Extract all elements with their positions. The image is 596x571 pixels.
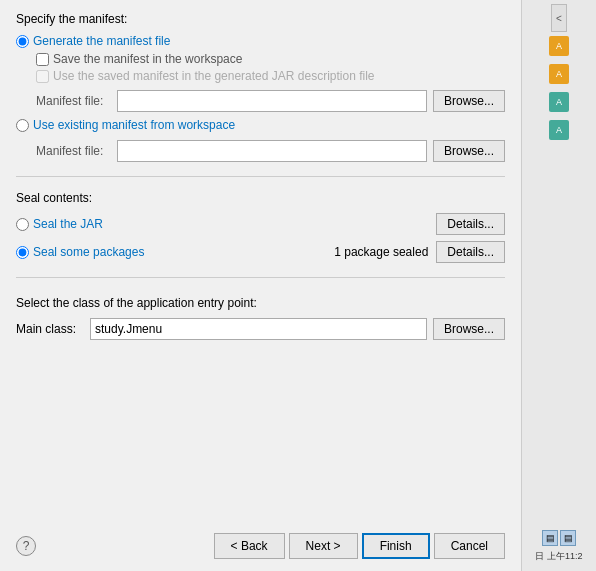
use-existing-manifest-radio[interactable] xyxy=(16,119,29,132)
browse-button-2[interactable]: Browse... xyxy=(433,140,505,162)
use-saved-manifest-label: Use the saved manifest in the generated … xyxy=(53,69,375,83)
seal-jar-row: Seal the JAR Details... xyxy=(16,213,505,235)
sidebar-item-1[interactable]: A xyxy=(522,32,596,60)
generate-manifest-row: Generate the manifest file xyxy=(16,34,505,48)
manifest-file-input-2[interactable] xyxy=(117,140,427,162)
specify-manifest-title: Specify the manifest: xyxy=(16,12,505,26)
use-existing-manifest-row: Use existing manifest from workspace xyxy=(16,118,505,132)
use-saved-manifest-checkbox[interactable] xyxy=(36,70,49,83)
generate-manifest-label[interactable]: Generate the manifest file xyxy=(33,34,170,48)
seal-section: Seal contents: Seal the JAR Details... S… xyxy=(16,191,505,269)
seal-some-label[interactable]: Seal some packages xyxy=(33,245,144,259)
divider-2 xyxy=(16,277,505,278)
finish-button[interactable]: Finish xyxy=(362,533,430,559)
seal-jar-label[interactable]: Seal the JAR xyxy=(33,217,436,231)
manifest-file-input-1[interactable] xyxy=(117,90,427,112)
divider-1 xyxy=(16,176,505,177)
package-count-label: 1 package sealed xyxy=(150,245,428,259)
use-saved-manifest-row: Use the saved manifest in the generated … xyxy=(36,69,505,83)
seal-some-row: Seal some packages 1 package sealed Deta… xyxy=(16,241,505,263)
cancel-button[interactable]: Cancel xyxy=(434,533,505,559)
sidebar-icon-2: A xyxy=(549,64,569,84)
entry-point-title: Select the class of the application entr… xyxy=(16,296,505,310)
save-manifest-row: Save the manifest in the workspace xyxy=(36,52,505,66)
manifest-file-label-1: Manifest file: xyxy=(36,94,111,108)
sidebar-item-4[interactable]: A xyxy=(522,116,596,144)
main-dialog: Specify the manifest: Generate the manif… xyxy=(0,0,521,571)
main-class-label: Main class: xyxy=(16,322,84,336)
seal-some-radio[interactable] xyxy=(16,246,29,259)
use-existing-manifest-label[interactable]: Use existing manifest from workspace xyxy=(33,118,235,132)
browse-button-3[interactable]: Browse... xyxy=(433,318,505,340)
sidebar-mini-icons-row: ▤ ▤ xyxy=(526,530,592,546)
sidebar-icon-4: A xyxy=(549,120,569,140)
main-class-row: Main class: Browse... xyxy=(16,318,505,340)
manifest-file-row-1: Manifest file: Browse... xyxy=(36,90,505,112)
sidebar-icon-1: A xyxy=(549,36,569,56)
bottom-bar: ? < Back Next > Finish Cancel xyxy=(16,517,505,559)
generate-manifest-radio[interactable] xyxy=(16,35,29,48)
seal-jar-radio[interactable] xyxy=(16,218,29,231)
sidebar-mini-icon-1[interactable]: ▤ xyxy=(542,530,558,546)
next-button[interactable]: Next > xyxy=(289,533,358,559)
sidebar-bottom: ▤ ▤ 日 上午11:2 xyxy=(522,526,596,567)
sidebar-item-2[interactable]: A xyxy=(522,60,596,88)
help-icon[interactable]: ? xyxy=(16,536,36,556)
collapse-arrow[interactable]: < xyxy=(551,4,567,32)
back-button[interactable]: < Back xyxy=(214,533,285,559)
nav-buttons: < Back Next > Finish Cancel xyxy=(36,533,505,559)
browse-button-1[interactable]: Browse... xyxy=(433,90,505,112)
main-class-input[interactable] xyxy=(90,318,427,340)
save-manifest-checkbox[interactable] xyxy=(36,53,49,66)
manifest-file-label-2: Manifest file: xyxy=(36,144,111,158)
save-manifest-label[interactable]: Save the manifest in the workspace xyxy=(53,52,242,66)
seal-jar-details-button[interactable]: Details... xyxy=(436,213,505,235)
sidebar-icon-3: A xyxy=(549,92,569,112)
sidebar-timestamp: 日 上午11:2 xyxy=(526,550,592,563)
entry-point-section: Select the class of the application entr… xyxy=(16,296,505,340)
seal-some-details-button[interactable]: Details... xyxy=(436,241,505,263)
sidebar-mini-icon-2[interactable]: ▤ xyxy=(560,530,576,546)
seal-contents-title: Seal contents: xyxy=(16,191,505,205)
sidebar-item-3[interactable]: A xyxy=(522,88,596,116)
manifest-file-row-2: Manifest file: Browse... xyxy=(36,140,505,162)
right-sidebar: < A A A A ▤ ▤ 日 上午11:2 xyxy=(521,0,596,571)
